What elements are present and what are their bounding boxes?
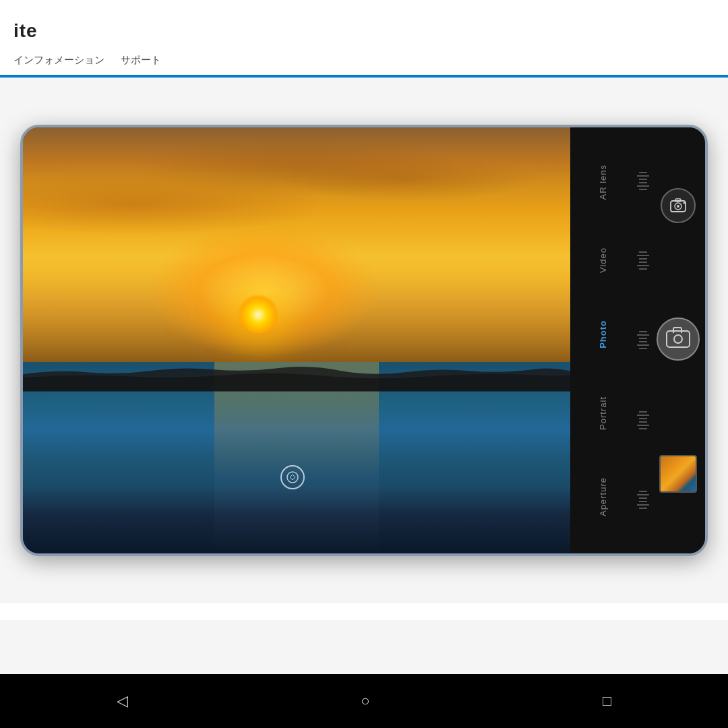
mode-video[interactable]: Video: [595, 242, 611, 278]
tick-mark: [639, 491, 647, 492]
tick-mark: [639, 411, 647, 413]
tick-mark: [639, 182, 647, 183]
shutter-button[interactable]: [657, 317, 700, 361]
nav-bar: インフォメーション サポート: [0, 49, 728, 75]
mode-aperture[interactable]: Aperture: [595, 472, 611, 522]
back-button[interactable]: ◁: [117, 692, 128, 710]
ar-lens-icon: [668, 195, 688, 216]
tick-mark-long: [637, 175, 649, 177]
tick-mark-long: [637, 185, 649, 187]
tick-mark: [639, 348, 647, 349]
tick-mark: [639, 508, 647, 509]
tick-mark: [639, 497, 647, 499]
tick-mark-long: [637, 255, 649, 256]
android-nav-bar: ◁ ○ □: [0, 674, 728, 728]
tick-mark: [639, 251, 647, 253]
tick-mark: [639, 189, 647, 190]
tick-mark: [639, 172, 647, 173]
mode-ar-lens[interactable]: AR lens: [595, 159, 611, 206]
tick-group-4: [637, 393, 649, 447]
tick-mark: [639, 179, 647, 180]
tick-mark: [639, 338, 647, 339]
svg-point-0: [287, 472, 298, 483]
white-spacing-area: [0, 620, 728, 674]
nav-item-support[interactable]: サポート: [121, 54, 161, 67]
home-button[interactable]: ○: [361, 692, 369, 710]
camera-ui-panel: AR lens Video Photo Portrait Aperture: [570, 127, 705, 553]
tick-marks-column: [635, 127, 651, 553]
mode-portrait[interactable]: Portrait: [595, 391, 611, 435]
tick-mark: [639, 262, 647, 263]
sun-element: [238, 295, 278, 335]
mode-photo[interactable]: Photo: [595, 315, 611, 354]
svg-rect-4: [675, 199, 681, 202]
phone-mockup: AR lens Video Photo Portrait Aperture: [20, 125, 708, 556]
tick-mark: [639, 501, 647, 502]
gallery-thumbnail[interactable]: [659, 455, 697, 493]
tick-mark: [639, 421, 647, 423]
tick-group-1: [637, 154, 649, 208]
camera-icon: [666, 330, 690, 348]
tick-mark-long: [637, 425, 649, 426]
tick-mark-long: [637, 265, 649, 266]
site-title: ite: [0, 13, 728, 49]
tick-mark-long: [637, 494, 649, 495]
clouds-layer: [23, 127, 570, 383]
recent-button[interactable]: □: [603, 692, 611, 710]
viewfinder-watermark-icon: [280, 465, 305, 489]
tick-group-5: [637, 473, 649, 527]
svg-point-5: [684, 202, 686, 204]
tick-mark: [639, 331, 647, 332]
mode-selector: AR lens Video Photo Portrait Aperture: [570, 127, 635, 553]
page-header: ite インフォメーション サポート: [0, 0, 728, 78]
land-silhouette: [23, 357, 570, 392]
tick-mark-long: [637, 344, 649, 346]
tick-mark: [639, 418, 647, 419]
tick-mark: [639, 258, 647, 260]
tick-mark-long: [637, 504, 649, 506]
tick-mark-long: [637, 415, 649, 416]
right-controls: [651, 127, 705, 553]
svg-point-3: [677, 205, 679, 208]
tick-group-3: [637, 313, 649, 367]
tick-group-2: [637, 234, 649, 288]
tick-mark: [639, 268, 647, 270]
ar-lens-button[interactable]: [661, 188, 696, 223]
main-content: AR lens Video Photo Portrait Aperture: [0, 78, 728, 603]
tick-mark-long: [637, 334, 649, 336]
camera-viewfinder: [23, 127, 570, 553]
camera-lens-dot: [673, 334, 683, 344]
nav-item-info[interactable]: インフォメーション: [13, 54, 104, 67]
tick-mark: [639, 341, 647, 342]
tick-mark: [639, 428, 647, 429]
